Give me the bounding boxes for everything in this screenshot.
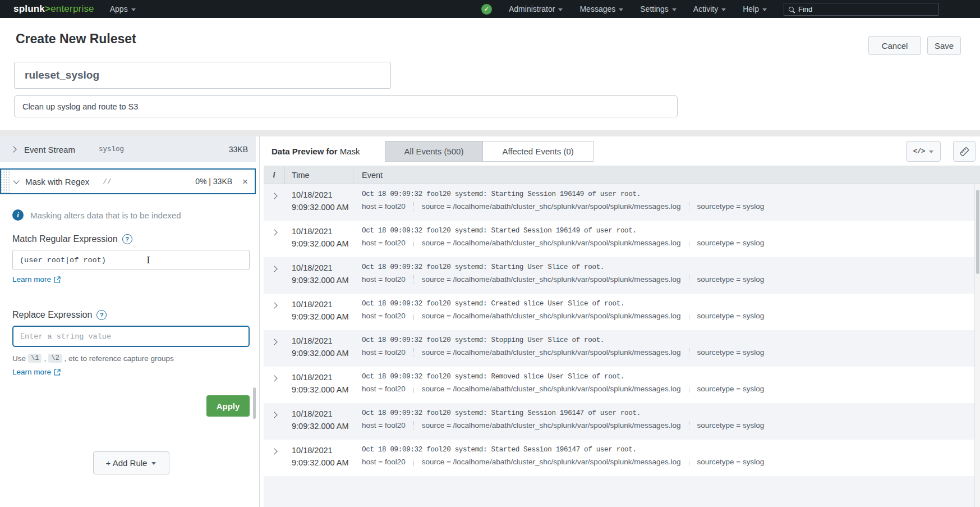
table-row[interactable]: 10/18/2021 9:09:32.000 AM Oct 18 09:09:3…: [264, 367, 980, 403]
expand-row-button[interactable]: [264, 257, 285, 294]
cancel-button[interactable]: Cancel: [868, 36, 921, 55]
ruler-button[interactable]: [953, 141, 976, 162]
status-check-icon[interactable]: ✓: [481, 4, 492, 15]
event-sourcetype[interactable]: sourcetype = syslog: [689, 312, 765, 320]
find-search-box[interactable]: [784, 3, 938, 16]
event-metadata: host = fool20 source = /localhome/abath/…: [362, 348, 980, 357]
expand-row-button[interactable]: [264, 367, 285, 403]
nav-menu-administrator[interactable]: Administrator: [509, 4, 563, 13]
chevron-right-icon: [271, 266, 277, 272]
table-row[interactable]: 10/18/2021 9:09:32.000 AM Oct 18 09:09:3…: [264, 294, 980, 330]
tab-affected-events[interactable]: Affected Events (0): [483, 141, 593, 162]
event-raw-text: Oct 18 09:09:32 fool20 systemd: Removed …: [362, 373, 980, 381]
table-scrollbar[interactable]: [974, 184, 980, 507]
replace-expression-input[interactable]: [12, 326, 250, 347]
match-regex-input[interactable]: (user root|of root) I: [12, 250, 250, 270]
tab-all-events[interactable]: All Events (500): [385, 141, 484, 162]
event-date: 10/18/2021: [292, 190, 353, 199]
expand-row-button[interactable]: [264, 403, 285, 440]
event-source[interactable]: source = /localhome/abath/cluster_shc/sp…: [413, 458, 681, 466]
table-row[interactable]: 10/18/2021 9:09:32.000 AM Oct 18 09:09:3…: [264, 184, 980, 221]
preview-title: Data Preview for Mask: [272, 147, 360, 156]
masking-info-text: Masking alters data that is to be indexe…: [30, 211, 181, 220]
event-sourcetype[interactable]: sourcetype = syslog: [689, 421, 765, 430]
help-icon[interactable]: ?: [122, 234, 132, 244]
mask-rule-header[interactable]: Mask with Regex // 0% | 33KB ×: [0, 168, 256, 194]
event-time-cell: 10/18/2021 9:09:32.000 AM: [285, 330, 353, 367]
event-host[interactable]: host = fool20: [362, 385, 406, 393]
expand-row-button[interactable]: [264, 221, 285, 257]
event-sourcetype[interactable]: sourcetype = syslog: [689, 239, 765, 247]
mask-rule-symbol: //: [103, 177, 112, 186]
apply-button[interactable]: Apply: [206, 395, 250, 417]
table-row[interactable]: 10/18/2021 9:09:32.000 AM Oct 18 09:09:3…: [264, 221, 980, 257]
table-row[interactable]: 10/18/2021 9:09:32.000 AM Oct 18 09:09:3…: [264, 440, 980, 476]
event-raw-text: Oct 18 09:09:32 fool20 systemd: Starting…: [362, 409, 980, 417]
event-cell: Oct 18 09:09:32 fool20 systemd: Starting…: [353, 184, 980, 221]
event-cell: Oct 18 09:09:32 fool20 systemd: Starting…: [353, 403, 980, 440]
add-rule-button[interactable]: + Add Rule: [93, 451, 169, 474]
event-time-cell: 10/18/2021 9:09:32.000 AM: [285, 367, 353, 403]
event-host[interactable]: host = fool20: [362, 348, 406, 357]
event-metadata: host = fool20 source = /localhome/abath/…: [362, 202, 980, 211]
event-sourcetype[interactable]: sourcetype = syslog: [689, 202, 765, 211]
event-source[interactable]: source = /localhome/abath/cluster_shc/sp…: [413, 312, 681, 320]
table-row[interactable]: 10/18/2021 9:09:32.000 AM Oct 18 09:09:3…: [264, 403, 980, 440]
splunk-logo[interactable]: splunk>enterprise: [13, 3, 94, 15]
nav-menu-apps[interactable]: Apps: [110, 4, 136, 13]
event-raw-text: Oct 18 09:09:32 fool20 systemd: Started …: [362, 227, 980, 235]
help-icon[interactable]: ?: [96, 310, 107, 320]
nav-menu-activity[interactable]: Activity: [693, 4, 726, 13]
match-regex-label-row: Match Regular Expression ?: [12, 234, 250, 244]
caret-down-icon: [762, 8, 767, 11]
caret-down-icon: [131, 8, 136, 11]
expand-row-button[interactable]: [264, 184, 285, 221]
event-sourcetype[interactable]: sourcetype = syslog: [689, 275, 765, 284]
table-row[interactable]: 10/18/2021 9:09:32.000 AM Oct 18 09:09:3…: [264, 330, 980, 367]
event-source[interactable]: source = /localhome/abath/cluster_shc/sp…: [413, 385, 681, 393]
event-host[interactable]: host = fool20: [362, 312, 406, 320]
ruleset-name-input[interactable]: [14, 62, 391, 89]
splunk-app: splunk>enterprise Apps ✓ Administrator M…: [0, 0, 980, 507]
save-button[interactable]: Save: [927, 36, 961, 55]
event-host[interactable]: host = fool20: [362, 275, 406, 284]
column-header-info[interactable]: i: [264, 166, 285, 184]
messages-label: Messages: [579, 4, 615, 13]
find-input[interactable]: [798, 5, 933, 13]
close-icon[interactable]: ×: [242, 177, 248, 186]
column-header-event[interactable]: Event: [353, 171, 980, 180]
event-sourcetype[interactable]: sourcetype = syslog: [689, 458, 765, 466]
drag-handle[interactable]: [1, 170, 10, 193]
event-source[interactable]: source = /localhome/abath/cluster_shc/sp…: [413, 239, 681, 247]
table-row[interactable]: 10/18/2021 9:09:32.000 AM Oct 18 09:09:3…: [264, 257, 980, 294]
table-scrollbar-thumb[interactable]: [976, 190, 979, 274]
learn-more-link[interactable]: Learn more: [12, 275, 61, 284]
event-source[interactable]: source = /localhome/abath/cluster_shc/sp…: [413, 348, 681, 357]
event-host[interactable]: host = fool20: [362, 202, 406, 211]
table-row-partial: [264, 476, 980, 507]
expand-row-button[interactable]: [264, 294, 285, 330]
event-stream-row[interactable]: Event Stream syslog 33KB: [0, 136, 256, 162]
event-source[interactable]: source = /localhome/abath/cluster_shc/sp…: [413, 275, 681, 284]
nav-menu-settings[interactable]: Settings: [640, 4, 677, 13]
event-sourcetype[interactable]: sourcetype = syslog: [689, 348, 765, 357]
event-host[interactable]: host = fool20: [362, 421, 406, 430]
event-time-cell: 10/18/2021 9:09:32.000 AM: [285, 221, 353, 257]
event-date: 10/18/2021: [292, 336, 353, 345]
left-panel-scrollbar[interactable]: [253, 387, 256, 419]
event-host[interactable]: host = fool20: [362, 458, 406, 466]
capture-group-hint: Use \1 , \2 , etc to reference capture g…: [12, 354, 250, 363]
expand-row-button[interactable]: [264, 440, 285, 476]
nav-menu-help[interactable]: Help: [743, 4, 767, 13]
expand-row-button[interactable]: [264, 330, 285, 367]
column-header-time[interactable]: Time: [285, 166, 353, 184]
event-source[interactable]: source = /localhome/abath/cluster_shc/sp…: [413, 202, 681, 211]
ruleset-description-input[interactable]: [14, 95, 678, 117]
replace-expression-label: Replace Expression: [12, 310, 92, 320]
view-code-button[interactable]: </>: [906, 141, 941, 162]
nav-menu-messages[interactable]: Messages: [579, 4, 623, 13]
event-host[interactable]: host = fool20: [362, 239, 406, 247]
event-sourcetype[interactable]: sourcetype = syslog: [689, 385, 765, 393]
learn-more-link[interactable]: Learn more: [12, 368, 61, 376]
event-source[interactable]: source = /localhome/abath/cluster_shc/sp…: [413, 421, 681, 430]
